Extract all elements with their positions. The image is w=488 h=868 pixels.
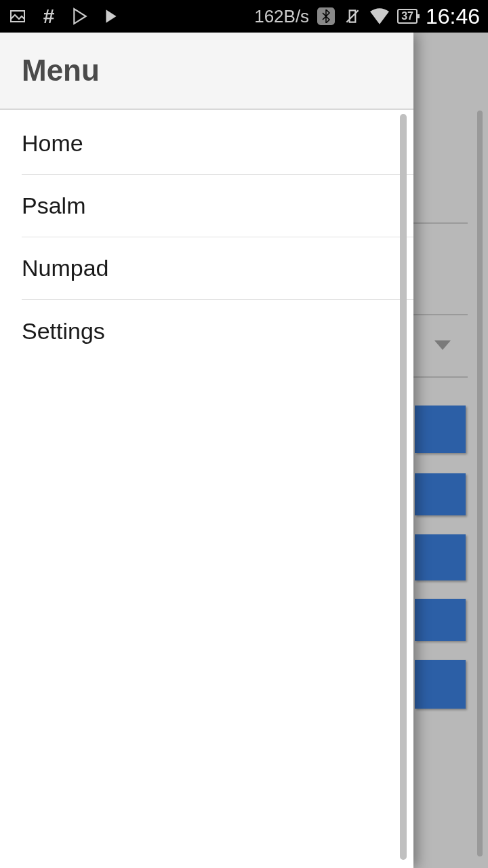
- grid-tile[interactable]: [415, 599, 466, 641]
- navigation-drawer: Menu Home Psalm Numpad Settings: [0, 33, 413, 868]
- scrollbar[interactable]: [400, 114, 407, 860]
- menu-item-label: Settings: [22, 318, 105, 344]
- drawer-header: Menu: [0, 33, 413, 110]
- status-bar: # 162B/s 37 16:46: [0, 0, 488, 33]
- menu-item-label: Numpad: [22, 255, 109, 281]
- menu-item-psalm[interactable]: Psalm: [22, 175, 413, 237]
- menu-item-label: Home: [22, 130, 83, 157]
- grid-tile[interactable]: [415, 406, 466, 453]
- menu-item-numpad[interactable]: Numpad: [22, 237, 413, 300]
- vibrate-icon: [343, 7, 362, 26]
- grid-tile[interactable]: [415, 660, 466, 709]
- menu-item-label: Psalm: [22, 193, 85, 219]
- hash-icon: #: [39, 7, 58, 26]
- battery-percent: 37: [401, 10, 413, 22]
- clock: 16:46: [426, 4, 480, 29]
- grid-tile[interactable]: [415, 473, 466, 515]
- menu-item-home[interactable]: Home: [22, 113, 413, 175]
- menu-item-settings[interactable]: Settings: [22, 300, 413, 362]
- battery-icon: 37: [397, 9, 418, 24]
- data-rate: 162B/s: [254, 6, 309, 27]
- image-icon: [8, 7, 27, 26]
- wifi-icon: [370, 7, 389, 26]
- scrollbar[interactable]: [477, 111, 483, 856]
- drawer-title: Menu: [22, 54, 100, 87]
- drawer-list: Home Psalm Numpad Settings: [0, 110, 413, 362]
- chevron-down-icon[interactable]: [434, 340, 451, 350]
- play-icon: [102, 7, 121, 26]
- play-store-icon: [70, 7, 89, 26]
- bluetooth-icon: [317, 7, 335, 25]
- grid-tile[interactable]: [415, 534, 466, 580]
